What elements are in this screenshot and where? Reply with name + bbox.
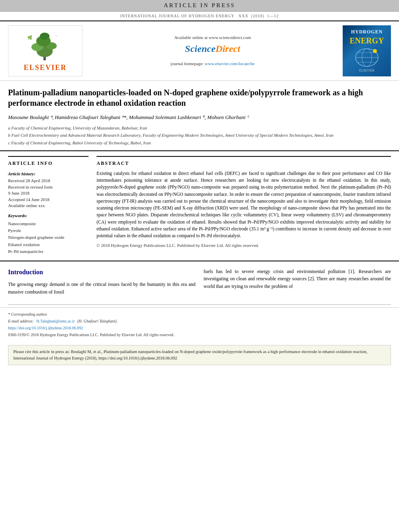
affiliation-a: a Faculty of Chemical Engineering, Unive… (8, 125, 391, 131)
cover-label-energy: ENERGY (350, 35, 384, 46)
article-history-label: Article history: (8, 171, 88, 177)
keyword-4: Ethanol oxidation (8, 242, 88, 248)
available-online: Available online xxx (8, 203, 88, 209)
received-revised-date: 9 June 2018 (8, 190, 88, 196)
journal-homepage-label: journal homepage: (171, 61, 204, 66)
keyword-1: Nanocomposite (8, 221, 88, 227)
email-link[interactable]: H.Taleghani@umz.ac.ir (36, 319, 74, 323)
journal-year: 2018 (253, 14, 263, 18)
journal-cover-box: HYDROGEN ENERGY ELSEVIER (343, 25, 391, 76)
cover-label-hydrogen: HYDROGEN (351, 29, 383, 35)
license-text: 0360-3199/© 2018 Hydrogen Energy Publica… (8, 332, 391, 338)
elsevier-logo-box: 🌿 ~ ELSEVIER (8, 25, 82, 76)
affiliation-c: c Faculty of Chemical Engineering, Babol… (8, 140, 391, 146)
keyword-2: Pyrrole (8, 228, 88, 234)
sciencedirect-logo: ScienceDirect (185, 42, 240, 56)
article-history-group: Article history: Received 28 April 2018 … (8, 171, 88, 209)
article-title-section: Platinum-palladium nanoparticles-loaded … (0, 81, 399, 151)
elsevier-label: ELSEVIER (24, 63, 67, 73)
introduction-heading: Introduction (8, 268, 195, 277)
keyword-5: Pt–Pd nanoparticles (8, 249, 88, 255)
email-label: E-mail address: (8, 319, 34, 323)
aip-banner: ARTICLE IN PRESS (0, 0, 399, 12)
article-info-heading: ARTICLE INFO (8, 160, 88, 167)
journal-name: INTERNATIONAL JOURNAL OF HYDROGEN ENERGY (120, 14, 234, 18)
affiliation-b: b Fuel Cell Electrochemistry and Advance… (8, 132, 391, 138)
received-date: Received 28 April 2018 (8, 178, 88, 184)
footer-divider (8, 304, 391, 305)
citation-box: Please cite this article in press as: Bo… (8, 345, 391, 365)
introduction-text-right: fuels has led to severe energy crisis an… (204, 268, 391, 290)
keywords-section: Keywords: Nanocomposite Pyrrole Nitrogen… (8, 213, 88, 255)
journal-pages: 1—12 (267, 14, 279, 18)
cover-elsevier-small: ELSEVIER (359, 68, 374, 73)
abstract-text: Existing catalysts for ethanol oxidation… (97, 170, 391, 240)
email-line: E-mail address: H.Taleghani@umz.ac.ir (H… (8, 317, 391, 325)
article-body: ARTICLE INFO Article history: Received 2… (0, 151, 399, 261)
svg-text:~: ~ (56, 34, 58, 38)
svg-point-13 (373, 49, 377, 53)
article-info: ARTICLE INFO Article history: Received 2… (8, 156, 88, 255)
doi-link[interactable]: https://doi.org/10.1016/j.ijhydene.2018.… (8, 325, 391, 331)
sciencedirect-area: Available online at www.sciencedirect.co… (86, 25, 339, 76)
introduction-area: Introduction The growing energy demand i… (0, 261, 399, 302)
journal-homepage: journal homepage: www.elsevier.com/locat… (171, 61, 255, 67)
top-area: 🌿 ~ ELSEVIER Available online at www.sci… (0, 21, 399, 81)
article-title: Platinum-palladium nanoparticles-loaded … (8, 87, 391, 108)
journal-volume: XXX (239, 14, 249, 18)
introduction-text-left: The growing energy demand is one of the … (8, 281, 195, 296)
abstract-heading: ABSTRACT (97, 160, 391, 167)
introduction-right: fuels has led to severe energy crisis an… (204, 268, 391, 296)
cover-globe-icon (351, 46, 383, 68)
journal-homepage-link[interactable]: www.elsevier.com/locate/he (205, 61, 255, 66)
authors-line: Masoume Boulaghi ᵃ, Hamidreza Ghafouri T… (8, 114, 391, 121)
received-revised-label: Received in revised form (8, 184, 88, 190)
available-online-text: Available online at www.sciencedirect.co… (174, 35, 251, 41)
keywords-label: Keywords: (8, 213, 88, 219)
abstract-section: ABSTRACT Existing catalysts for ethanol … (97, 156, 391, 255)
keyword-3: Nitrogen-doped graphene oxide (8, 234, 88, 240)
accepted-date: Accepted 14 June 2018 (8, 197, 88, 203)
elsevier-tree-icon: 🌿 ~ (23, 29, 68, 61)
svg-text:🌿: 🌿 (27, 35, 33, 40)
abstract-copyright: © 2018 Hydrogen Energy Publications LLC.… (97, 242, 391, 249)
journal-header-line: INTERNATIONAL JOURNAL OF HYDROGEN ENERGY… (0, 12, 399, 21)
email-name: (H. Ghafouri Taleghani). (77, 319, 117, 323)
svg-point-5 (40, 33, 49, 40)
corresponding-note: * Corresponding author. (8, 312, 391, 317)
introduction-left: Introduction The growing energy demand i… (8, 268, 195, 296)
footer-notes: * Corresponding author. E-mail address: … (0, 307, 399, 342)
